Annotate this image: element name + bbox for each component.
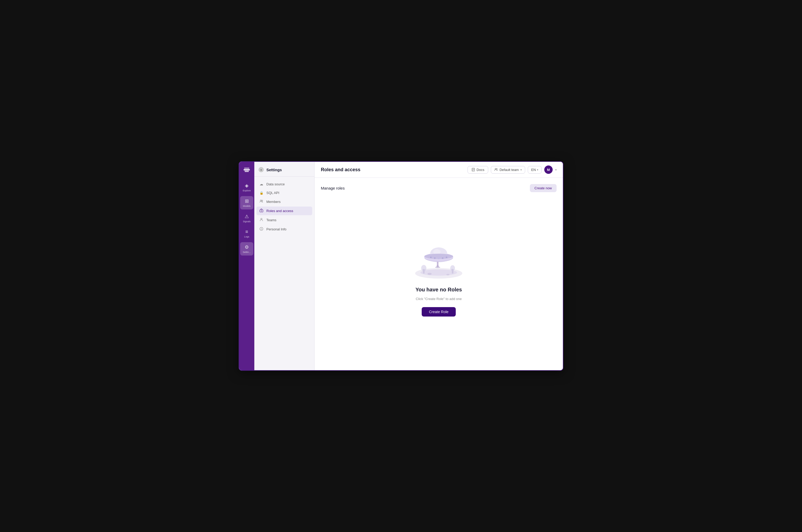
sidebar-item-members[interactable]: Members — [257, 197, 312, 206]
settings-icon: ⚙ — [245, 244, 249, 250]
page-title: Roles and access — [321, 167, 360, 173]
nav-item-logs[interactable]: ≡ Logs — [240, 227, 253, 240]
svg-point-23 — [433, 249, 441, 254]
team-icon — [494, 168, 498, 171]
lang-chevron-icon: ▾ — [537, 168, 538, 171]
sidebar-item-label-sql-api: SQL API — [266, 191, 279, 195]
sidebar-item-personal-info[interactable]: Personal Info — [257, 225, 312, 233]
sidebar-header-icon: ● — [259, 167, 264, 172]
app-logo[interactable] — [242, 166, 251, 175]
sidebar-item-roles-and-access[interactable]: Roles and access — [257, 207, 312, 215]
header-actions: Docs Default team ▾ EN ▾ — [468, 166, 557, 174]
sidebar-title: Settings — [266, 168, 282, 172]
ufo-illustration — [407, 230, 470, 283]
svg-point-28 — [442, 258, 444, 259]
nav-item-settings[interactable]: ⚙ Settin... — [240, 242, 253, 255]
sidebar-item-sql-api[interactable]: 🔒 SQL API — [257, 189, 312, 197]
create-now-button[interactable]: Create now — [530, 184, 557, 192]
svg-point-33 — [450, 265, 455, 271]
team-label: Default team — [500, 168, 519, 172]
avatar[interactable]: M — [544, 166, 553, 174]
empty-state-title: You have no Roles — [415, 287, 462, 293]
nav-item-signals[interactable]: ⚠ Signals — [240, 211, 253, 225]
lang-label: EN — [531, 168, 536, 172]
teams-icon — [259, 218, 264, 222]
left-navigation: ◈ Explore ⊞ Models ⚠ Signals ≡ Logs ⚙ Se… — [239, 162, 254, 370]
nav-label-logs: Logs — [244, 235, 249, 238]
nav-item-explore[interactable]: ◈ Explore — [240, 180, 253, 194]
models-icon: ⊞ — [245, 198, 249, 204]
sidebar: ● Settings ☁ Data source 🔒 SQL API — [254, 162, 315, 370]
svg-point-9 — [261, 228, 262, 228]
explore-icon: ◈ — [245, 183, 248, 189]
svg-rect-17 — [437, 262, 439, 266]
logs-icon: ≡ — [245, 229, 248, 234]
sidebar-item-data-source[interactable]: ☁ Data source — [257, 180, 312, 188]
svg-point-31 — [421, 265, 426, 271]
sidebar-item-label-members: Members — [266, 200, 281, 204]
svg-point-3 — [260, 200, 262, 201]
signals-icon: ⚠ — [245, 214, 249, 220]
svg-point-12 — [497, 169, 497, 169]
sidebar-item-label-roles-and-access: Roles and access — [266, 209, 293, 213]
empty-state-subtitle: Click "Create Role" to add one — [416, 297, 462, 301]
docs-label: Docs — [477, 168, 485, 172]
sidebar-item-teams[interactable]: Teams — [257, 216, 312, 224]
sidebar-item-label-data-source: Data source — [266, 182, 285, 186]
app-window: ◈ Explore ⊞ Models ⚠ Signals ≡ Logs ⚙ Se… — [239, 161, 563, 371]
empty-state: You have no Roles Click "Create Role" to… — [321, 198, 557, 364]
language-selector-button[interactable]: EN ▾ — [528, 166, 542, 174]
nav-item-models[interactable]: ⊞ Models — [240, 196, 253, 209]
sidebar-navigation: ☁ Data source 🔒 SQL API Members — [254, 177, 314, 237]
svg-point-29 — [446, 256, 447, 258]
svg-point-7 — [261, 218, 262, 220]
team-chevron-icon: ▾ — [520, 168, 522, 171]
svg-point-25 — [430, 256, 432, 258]
svg-point-19 — [435, 267, 440, 268]
sidebar-item-label-teams: Teams — [266, 218, 276, 222]
svg-point-35 — [446, 274, 449, 276]
main-header: Roles and access Docs De — [315, 162, 563, 178]
sql-api-icon: 🔒 — [259, 191, 264, 195]
nav-label-explore: Explore — [243, 189, 251, 192]
nav-label-settings: Settin... — [243, 251, 251, 253]
svg-rect-2 — [244, 168, 249, 169]
nav-label-models: Models — [243, 205, 250, 207]
sidebar-item-label-personal-info: Personal Info — [266, 227, 286, 231]
svg-rect-1 — [245, 171, 249, 172]
sidebar-header: ● Settings — [254, 162, 314, 177]
members-icon — [259, 200, 264, 204]
main-content: Roles and access Docs De — [315, 162, 563, 370]
avatar-chevron-icon: ▾ — [555, 168, 557, 171]
team-selector-button[interactable]: Default team ▾ — [491, 166, 525, 174]
docs-icon — [471, 168, 475, 171]
data-source-icon: ☁ — [259, 182, 264, 186]
roles-access-icon — [259, 209, 264, 213]
content-bar: Manage roles Create now — [321, 184, 557, 192]
svg-rect-0 — [244, 169, 250, 170]
svg-point-26 — [434, 258, 435, 259]
svg-point-27 — [438, 258, 440, 259]
svg-point-34 — [427, 273, 432, 275]
personal-info-icon — [259, 227, 264, 231]
create-role-button[interactable]: Create Role — [422, 307, 456, 317]
svg-point-4 — [262, 200, 263, 201]
svg-point-11 — [495, 168, 496, 169]
nav-label-signals: Signals — [243, 220, 251, 223]
docs-button[interactable]: Docs — [468, 166, 488, 174]
avatar-initial: M — [547, 168, 550, 172]
content-area: Manage roles Create now — [315, 178, 563, 370]
manage-roles-title: Manage roles — [321, 186, 345, 190]
